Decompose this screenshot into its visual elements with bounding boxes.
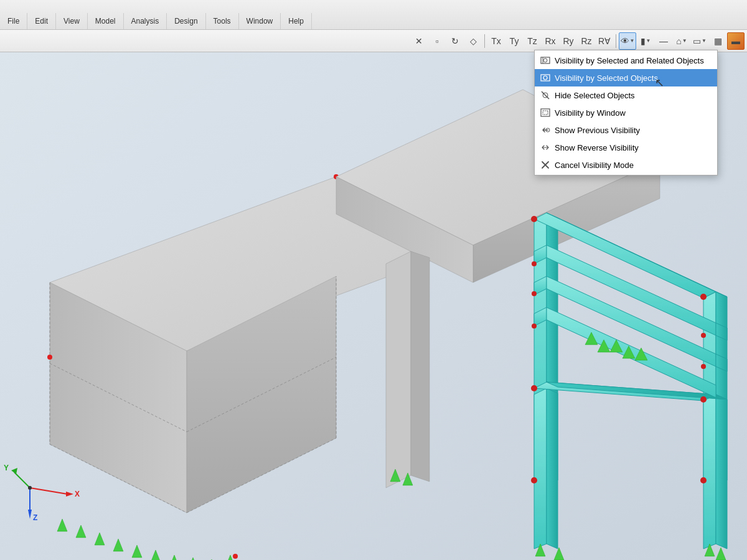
svg-marker-25 <box>716 394 727 549</box>
svg-marker-22 <box>534 388 547 549</box>
menu-tab-file[interactable]: File <box>0 13 27 29</box>
svg-point-43 <box>700 477 707 483</box>
svg-marker-23 <box>547 388 558 549</box>
visibility-window-icon <box>540 107 551 118</box>
svg-point-42 <box>531 477 537 483</box>
toolbar-ry-btn[interactable]: Ry <box>560 32 577 50</box>
visibility-window-label: Visibility by Window <box>555 108 712 118</box>
svg-point-48 <box>532 324 537 329</box>
menu-tab-edit[interactable]: Edit <box>27 13 56 29</box>
menu-item-visibility-window[interactable]: Visibility by Window <box>535 104 717 121</box>
toolbar-rall-btn[interactable]: R∀ <box>596 32 613 50</box>
svg-point-44 <box>532 261 537 266</box>
menu-tab-design[interactable]: Design <box>167 13 205 29</box>
menu-item-show-previous[interactable]: Show Previous Visibility <box>535 121 717 139</box>
svg-point-40 <box>531 385 537 391</box>
show-reverse-label: Show Reverse Visibility <box>555 143 712 152</box>
toolbar-visibility-btn[interactable]: 👁 ▼ <box>619 32 636 50</box>
svg-point-39 <box>700 294 707 300</box>
section-icon: ⌂ <box>676 36 681 46</box>
cancel-visibility-label: Cancel Visibility Mode <box>555 161 712 170</box>
toolbar-rz-btn[interactable]: Rz <box>578 32 595 50</box>
menu-item-visibility-related[interactable]: Visibility by Selected and Related Objec… <box>535 52 717 69</box>
menu-item-cancel-visibility[interactable]: Cancel Visibility Mode <box>535 156 717 174</box>
menu-item-visibility-selected[interactable]: Visibility by Selected Objects <box>535 69 717 86</box>
svg-rect-88 <box>543 111 548 114</box>
svg-point-84 <box>543 76 547 80</box>
toolbar-box-btn[interactable]: ▫ <box>428 32 446 50</box>
svg-point-38 <box>531 216 537 222</box>
toolbar-ty-btn[interactable]: Ty <box>505 32 523 50</box>
show-previous-label: Show Previous Visibility <box>555 126 712 135</box>
svg-point-10 <box>47 355 52 360</box>
hide-selected-label: Hide Selected Objects <box>555 91 712 100</box>
svg-marker-16 <box>386 251 411 488</box>
visibility-icon: 👁 <box>621 36 629 46</box>
show-reverse-icon <box>540 142 551 153</box>
menu-item-show-reverse[interactable]: Show Reverse Visibility <box>535 139 717 156</box>
toolbar-rx-btn[interactable]: Rx <box>542 32 559 50</box>
visibility-related-icon <box>540 55 551 66</box>
toolbar-view-btn[interactable]: ▮ ▼ <box>637 32 654 50</box>
visibility-selected-icon <box>540 72 551 83</box>
svg-point-79 <box>28 486 32 490</box>
svg-text:X: X <box>75 490 80 498</box>
svg-point-41 <box>700 396 707 403</box>
menu-tab-model[interactable]: Model <box>88 13 124 29</box>
svg-point-46 <box>532 291 537 296</box>
view-dropdown-arrow: ▼ <box>646 38 651 44</box>
toolbar-tz-btn[interactable]: Tz <box>524 32 541 50</box>
visibility-dropdown-arrow: ▼ <box>630 38 635 44</box>
svg-point-82 <box>543 58 547 62</box>
cancel-visibility-icon <box>540 159 551 170</box>
toolbar-render-btn[interactable]: ▦ <box>709 32 726 50</box>
toolbar-tx-btn[interactable]: Tx <box>487 32 505 50</box>
menu-tab-help[interactable]: Help <box>281 13 312 29</box>
visibility-selected-label: Visibility by Selected Objects <box>555 73 712 83</box>
svg-rect-87 <box>541 109 550 116</box>
menu-tab-tools[interactable]: Tools <box>206 13 239 29</box>
view-icon: ▮ <box>641 36 646 46</box>
toolbar-line-btn[interactable]: — <box>655 32 672 50</box>
show-previous-icon <box>540 124 551 136</box>
toolbar-color-btn[interactable]: ▬ <box>727 32 745 50</box>
display-dropdown-arrow: ▼ <box>702 38 707 44</box>
toolbar: ✕ ▫ ↻ ◇ Tx Ty Tz Rx Ry Rz R∀ 👁 ▼ ▮ ▼ — ⌂… <box>0 30 747 52</box>
svg-point-11 <box>233 554 238 559</box>
section-dropdown-arrow: ▼ <box>682 38 687 44</box>
sep-1 <box>484 34 485 48</box>
svg-point-45 <box>701 333 706 338</box>
visibility-dropdown-menu: Visibility by Selected and Related Objec… <box>534 50 718 175</box>
toolbar-display-btn[interactable]: ▭ ▼ <box>691 32 708 50</box>
menubar: File Edit View Model Analysis Design Too… <box>0 0 747 30</box>
toolbar-scale-btn[interactable]: ◇ <box>464 32 482 50</box>
sep-2 <box>616 34 616 48</box>
svg-text:Y: Y <box>4 464 9 472</box>
menu-item-hide-selected[interactable]: Hide Selected Objects <box>535 86 717 104</box>
menu-tab-window[interactable]: Window <box>239 13 281 29</box>
menu-tab-view[interactable]: View <box>56 13 88 29</box>
svg-text:Z: Z <box>33 513 37 522</box>
display-icon: ▭ <box>693 36 701 46</box>
toolbar-select-btn[interactable]: ✕ <box>410 32 428 50</box>
svg-marker-17 <box>411 251 430 482</box>
menu-tab-analysis[interactable]: Analysis <box>124 13 167 29</box>
svg-marker-24 <box>703 394 716 549</box>
toolbar-section-btn[interactable]: ⌂ ▼ <box>673 32 690 50</box>
visibility-related-label: Visibility by Selected and Related Objec… <box>555 56 712 65</box>
hide-selected-icon <box>540 90 551 101</box>
svg-point-47 <box>701 364 706 369</box>
toolbar-rotate-btn[interactable]: ↻ <box>446 32 464 50</box>
